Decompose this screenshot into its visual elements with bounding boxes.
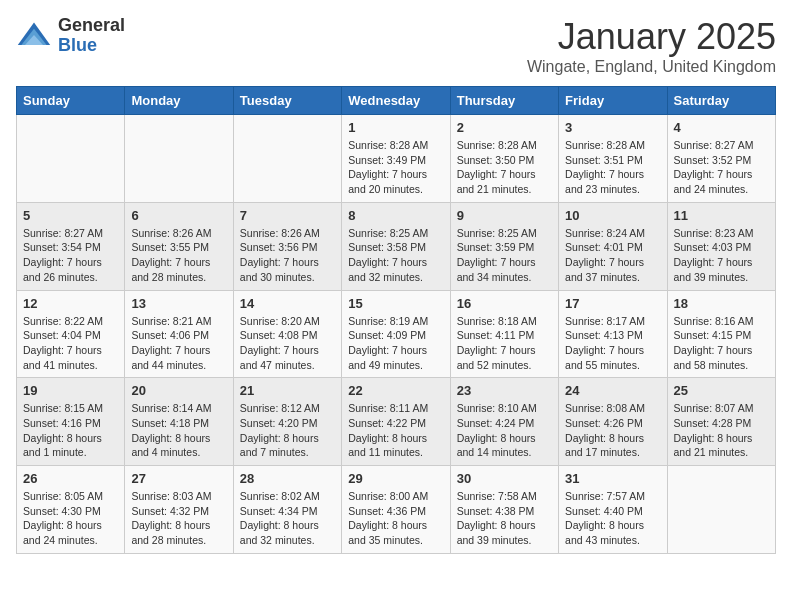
weekday-header: Thursday — [450, 87, 558, 115]
day-info: Sunrise: 8:08 AM Sunset: 4:26 PM Dayligh… — [565, 401, 660, 460]
calendar-day-cell: 24Sunrise: 8:08 AM Sunset: 4:26 PM Dayli… — [559, 378, 667, 466]
calendar-empty-cell — [17, 115, 125, 203]
calendar-day-cell: 25Sunrise: 8:07 AM Sunset: 4:28 PM Dayli… — [667, 378, 775, 466]
day-info: Sunrise: 8:12 AM Sunset: 4:20 PM Dayligh… — [240, 401, 335, 460]
day-info: Sunrise: 8:27 AM Sunset: 3:52 PM Dayligh… — [674, 138, 769, 197]
day-info: Sunrise: 7:57 AM Sunset: 4:40 PM Dayligh… — [565, 489, 660, 548]
calendar-day-cell: 31Sunrise: 7:57 AM Sunset: 4:40 PM Dayli… — [559, 466, 667, 554]
calendar-empty-cell — [233, 115, 341, 203]
day-info: Sunrise: 8:00 AM Sunset: 4:36 PM Dayligh… — [348, 489, 443, 548]
calendar-table: SundayMondayTuesdayWednesdayThursdayFrid… — [16, 86, 776, 554]
calendar-day-cell: 6Sunrise: 8:26 AM Sunset: 3:55 PM Daylig… — [125, 202, 233, 290]
day-info: Sunrise: 8:25 AM Sunset: 3:58 PM Dayligh… — [348, 226, 443, 285]
day-number: 11 — [674, 208, 769, 223]
calendar-day-cell: 5Sunrise: 8:27 AM Sunset: 3:54 PM Daylig… — [17, 202, 125, 290]
calendar-day-cell: 8Sunrise: 8:25 AM Sunset: 3:58 PM Daylig… — [342, 202, 450, 290]
day-info: Sunrise: 8:18 AM Sunset: 4:11 PM Dayligh… — [457, 314, 552, 373]
weekday-header: Friday — [559, 87, 667, 115]
weekday-header-row: SundayMondayTuesdayWednesdayThursdayFrid… — [17, 87, 776, 115]
logo-general: General — [58, 16, 125, 36]
calendar-day-cell: 4Sunrise: 8:27 AM Sunset: 3:52 PM Daylig… — [667, 115, 775, 203]
calendar-day-cell: 16Sunrise: 8:18 AM Sunset: 4:11 PM Dayli… — [450, 290, 558, 378]
day-number: 18 — [674, 296, 769, 311]
day-info: Sunrise: 8:07 AM Sunset: 4:28 PM Dayligh… — [674, 401, 769, 460]
day-number: 5 — [23, 208, 118, 223]
weekday-header: Monday — [125, 87, 233, 115]
weekday-header: Tuesday — [233, 87, 341, 115]
day-number: 25 — [674, 383, 769, 398]
calendar-day-cell: 19Sunrise: 8:15 AM Sunset: 4:16 PM Dayli… — [17, 378, 125, 466]
day-info: Sunrise: 8:15 AM Sunset: 4:16 PM Dayligh… — [23, 401, 118, 460]
calendar-day-cell: 15Sunrise: 8:19 AM Sunset: 4:09 PM Dayli… — [342, 290, 450, 378]
weekday-header: Saturday — [667, 87, 775, 115]
calendar-day-cell: 7Sunrise: 8:26 AM Sunset: 3:56 PM Daylig… — [233, 202, 341, 290]
calendar-day-cell: 2Sunrise: 8:28 AM Sunset: 3:50 PM Daylig… — [450, 115, 558, 203]
calendar-empty-cell — [125, 115, 233, 203]
day-info: Sunrise: 8:24 AM Sunset: 4:01 PM Dayligh… — [565, 226, 660, 285]
day-number: 16 — [457, 296, 552, 311]
day-number: 14 — [240, 296, 335, 311]
calendar-day-cell: 26Sunrise: 8:05 AM Sunset: 4:30 PM Dayli… — [17, 466, 125, 554]
day-info: Sunrise: 8:21 AM Sunset: 4:06 PM Dayligh… — [131, 314, 226, 373]
day-info: Sunrise: 8:19 AM Sunset: 4:09 PM Dayligh… — [348, 314, 443, 373]
weekday-header: Sunday — [17, 87, 125, 115]
day-info: Sunrise: 8:02 AM Sunset: 4:34 PM Dayligh… — [240, 489, 335, 548]
calendar-day-cell: 13Sunrise: 8:21 AM Sunset: 4:06 PM Dayli… — [125, 290, 233, 378]
day-info: Sunrise: 8:05 AM Sunset: 4:30 PM Dayligh… — [23, 489, 118, 548]
calendar-day-cell: 17Sunrise: 8:17 AM Sunset: 4:13 PM Dayli… — [559, 290, 667, 378]
day-number: 10 — [565, 208, 660, 223]
day-number: 19 — [23, 383, 118, 398]
logo-text: General Blue — [58, 16, 125, 56]
calendar-day-cell: 14Sunrise: 8:20 AM Sunset: 4:08 PM Dayli… — [233, 290, 341, 378]
calendar-empty-cell — [667, 466, 775, 554]
calendar-day-cell: 1Sunrise: 8:28 AM Sunset: 3:49 PM Daylig… — [342, 115, 450, 203]
day-number: 7 — [240, 208, 335, 223]
day-info: Sunrise: 8:25 AM Sunset: 3:59 PM Dayligh… — [457, 226, 552, 285]
day-info: Sunrise: 8:28 AM Sunset: 3:51 PM Dayligh… — [565, 138, 660, 197]
logo-icon — [16, 18, 52, 54]
calendar-day-cell: 11Sunrise: 8:23 AM Sunset: 4:03 PM Dayli… — [667, 202, 775, 290]
calendar-week-row: 1Sunrise: 8:28 AM Sunset: 3:49 PM Daylig… — [17, 115, 776, 203]
page-header: General Blue January 2025 Wingate, Engla… — [16, 16, 776, 76]
day-number: 6 — [131, 208, 226, 223]
day-number: 13 — [131, 296, 226, 311]
day-info: Sunrise: 8:11 AM Sunset: 4:22 PM Dayligh… — [348, 401, 443, 460]
day-number: 3 — [565, 120, 660, 135]
day-number: 23 — [457, 383, 552, 398]
weekday-header: Wednesday — [342, 87, 450, 115]
day-info: Sunrise: 8:10 AM Sunset: 4:24 PM Dayligh… — [457, 401, 552, 460]
day-info: Sunrise: 8:26 AM Sunset: 3:56 PM Dayligh… — [240, 226, 335, 285]
day-info: Sunrise: 8:28 AM Sunset: 3:50 PM Dayligh… — [457, 138, 552, 197]
title-block: January 2025 Wingate, England, United Ki… — [527, 16, 776, 76]
calendar-day-cell: 29Sunrise: 8:00 AM Sunset: 4:36 PM Dayli… — [342, 466, 450, 554]
day-info: Sunrise: 8:03 AM Sunset: 4:32 PM Dayligh… — [131, 489, 226, 548]
day-info: Sunrise: 8:23 AM Sunset: 4:03 PM Dayligh… — [674, 226, 769, 285]
calendar-day-cell: 9Sunrise: 8:25 AM Sunset: 3:59 PM Daylig… — [450, 202, 558, 290]
day-info: Sunrise: 7:58 AM Sunset: 4:38 PM Dayligh… — [457, 489, 552, 548]
day-number: 21 — [240, 383, 335, 398]
calendar-week-row: 26Sunrise: 8:05 AM Sunset: 4:30 PM Dayli… — [17, 466, 776, 554]
day-number: 4 — [674, 120, 769, 135]
logo: General Blue — [16, 16, 125, 56]
day-info: Sunrise: 8:20 AM Sunset: 4:08 PM Dayligh… — [240, 314, 335, 373]
calendar-day-cell: 21Sunrise: 8:12 AM Sunset: 4:20 PM Dayli… — [233, 378, 341, 466]
day-number: 30 — [457, 471, 552, 486]
day-number: 27 — [131, 471, 226, 486]
day-number: 1 — [348, 120, 443, 135]
day-number: 9 — [457, 208, 552, 223]
calendar-location: Wingate, England, United Kingdom — [527, 58, 776, 76]
day-number: 22 — [348, 383, 443, 398]
calendar-day-cell: 12Sunrise: 8:22 AM Sunset: 4:04 PM Dayli… — [17, 290, 125, 378]
day-info: Sunrise: 8:22 AM Sunset: 4:04 PM Dayligh… — [23, 314, 118, 373]
day-number: 2 — [457, 120, 552, 135]
day-number: 8 — [348, 208, 443, 223]
day-number: 12 — [23, 296, 118, 311]
calendar-week-row: 5Sunrise: 8:27 AM Sunset: 3:54 PM Daylig… — [17, 202, 776, 290]
calendar-day-cell: 18Sunrise: 8:16 AM Sunset: 4:15 PM Dayli… — [667, 290, 775, 378]
calendar-day-cell: 20Sunrise: 8:14 AM Sunset: 4:18 PM Dayli… — [125, 378, 233, 466]
day-info: Sunrise: 8:14 AM Sunset: 4:18 PM Dayligh… — [131, 401, 226, 460]
calendar-title: January 2025 — [527, 16, 776, 58]
day-number: 29 — [348, 471, 443, 486]
calendar-week-row: 19Sunrise: 8:15 AM Sunset: 4:16 PM Dayli… — [17, 378, 776, 466]
day-info: Sunrise: 8:16 AM Sunset: 4:15 PM Dayligh… — [674, 314, 769, 373]
